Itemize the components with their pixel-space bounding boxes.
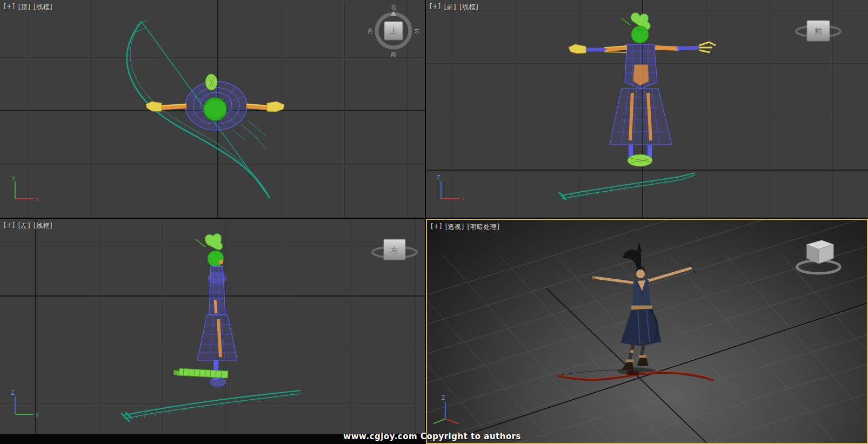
viewport-shading-button[interactable]: [明暗处理] (468, 223, 500, 232)
viewport-label-left: [+] [左] [线框] (4, 221, 52, 231)
viewcube-top-face-label[interactable]: 上 (390, 26, 397, 35)
axis-label-x: x (36, 196, 39, 202)
axis-label-y: y (36, 412, 39, 418)
viewport-menu-button[interactable]: [+] (431, 223, 442, 232)
character-left[interactable] (196, 234, 237, 386)
viewport-left[interactable]: 左 Z y [+] [左] [线框] (0, 219, 425, 434)
axis-label-x: x (462, 196, 465, 202)
viewport-menu-button[interactable]: [+] (4, 221, 15, 231)
viewport-view-button[interactable]: [前] (444, 3, 457, 12)
bow-object-perspective[interactable] (557, 370, 713, 380)
viewcube-left[interactable]: 左 (372, 239, 417, 260)
axis-label-z: Z (11, 390, 15, 396)
viewport-label-top: [+] [顶] [线框] (4, 3, 52, 12)
viewport-menu-button[interactable]: [+] (4, 3, 15, 12)
quad-viewport-workspace: 上 北 东 南 西 y x [+] [顶] [线框] (0, 0, 868, 444)
viewport-shading-button[interactable]: [线框] (459, 3, 478, 12)
axis-label-z: Z (442, 395, 445, 401)
axis-tripod-left: Z y (11, 390, 39, 418)
character-front[interactable] (569, 13, 716, 166)
left-view-canvas: 左 Z y (0, 219, 425, 434)
watermark-text: www.cgjoy.com Copyright to authors (343, 432, 521, 441)
viewport-front[interactable]: 前 Z x [+] [前] [线框] (426, 0, 868, 218)
viewport-label-front: [+] [前] [线框] (430, 3, 478, 12)
axis-label-y: y (12, 174, 15, 180)
bow-object-left[interactable] (121, 391, 301, 422)
svg-text:北: 北 (391, 4, 397, 10)
viewport-perspective-active[interactable]: Z [+] [透视] [明暗处理] (426, 219, 868, 444)
axis-label-z: Z (437, 174, 440, 180)
svg-text:南: 南 (391, 51, 396, 57)
viewport-view-button[interactable]: [左] (18, 221, 31, 231)
viewcube-left-face-label[interactable]: 左 (390, 246, 398, 254)
character-top[interactable] (146, 74, 284, 130)
viewcube-front-face-label[interactable]: 前 (814, 27, 822, 36)
viewcube-front[interactable]: 前 (796, 21, 840, 41)
axis-tripod-top: y x (12, 174, 39, 202)
viewport-view-button[interactable]: [透视] (445, 223, 464, 232)
bow-object-front[interactable] (559, 173, 695, 200)
axis-tripod-front: Z x (437, 174, 465, 202)
top-view-canvas: 上 北 东 南 西 y x (0, 0, 425, 218)
quiver-object-left[interactable] (173, 368, 228, 378)
front-view-canvas: 前 Z x (426, 0, 868, 218)
svg-text:西: 西 (368, 28, 373, 34)
viewcube-perspective[interactable] (797, 240, 840, 273)
viewport-top[interactable]: 上 北 东 南 西 y x [+] [顶] [线框] (0, 0, 425, 218)
perspective-view-canvas: Z (427, 220, 867, 443)
character-perspective[interactable] (592, 243, 696, 371)
viewport-label-perspective: [+] [透视] [明暗处理] (431, 223, 499, 232)
viewport-view-button[interactable]: [顶] (18, 3, 31, 12)
viewport-menu-button[interactable]: [+] (430, 3, 441, 12)
viewcube-top[interactable]: 上 北 东 南 西 (368, 4, 419, 57)
viewport-shading-button[interactable]: [线框] (34, 221, 52, 231)
svg-text:东: 东 (414, 28, 419, 34)
viewport-shading-button[interactable]: [线框] (34, 3, 52, 12)
